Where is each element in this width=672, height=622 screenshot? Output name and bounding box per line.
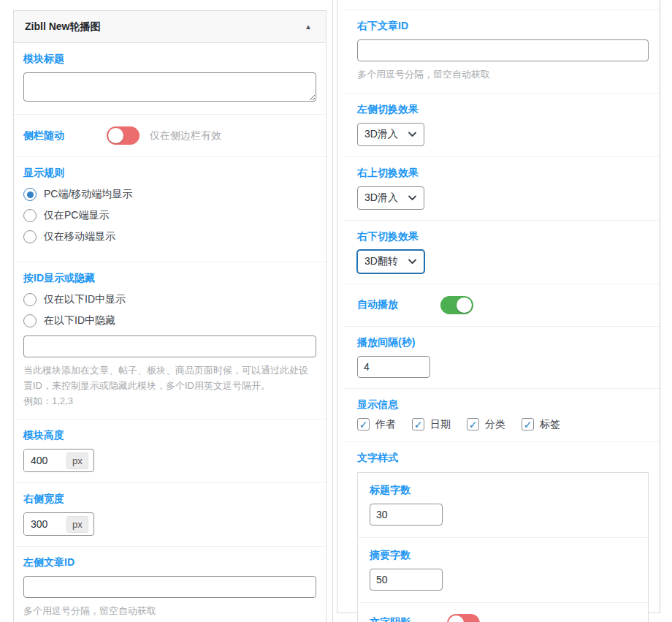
id-rules-help: 当此模块添加在文章、帖子、板块、商品页面时候，可以通过此处设置ID，来控制显示或… bbox=[23, 363, 316, 409]
radio-icon bbox=[23, 293, 37, 306]
section-show-info: 显示信息 作者 日期 分类 标签 bbox=[343, 388, 660, 441]
module-height-group: px bbox=[23, 449, 94, 472]
widget-settings-page: Zibll New轮播图 ▲ 模块标题 侧栏随动 仅在侧边栏有效 显示规则 PC… bbox=[0, 0, 672, 622]
bottom-right-article-id-input[interactable] bbox=[357, 39, 649, 61]
chevron-down-icon bbox=[408, 257, 417, 266]
radio-icon bbox=[23, 314, 37, 327]
widget-card-continued: 右下文章ID 多个用逗号分隔，留空自动获取 左侧切换效果 3D滑入 右上切换效果… bbox=[337, 0, 660, 613]
radio-option-show-in-ids[interactable]: 仅在以下ID中显示 bbox=[23, 293, 316, 306]
radio-option-pc-only[interactable]: 仅在PC端显示 bbox=[23, 209, 316, 222]
spacer bbox=[343, 0, 660, 10]
collapse-arrow-icon[interactable]: ▲ bbox=[302, 20, 315, 34]
left-effect-select[interactable]: 3D滑入 bbox=[357, 123, 424, 146]
left-effect-value: 3D滑入 bbox=[364, 128, 398, 141]
display-rules-label: 显示规则 bbox=[23, 167, 316, 180]
right-width-label: 右侧宽度 bbox=[23, 493, 316, 506]
section-display-rules: 显示规则 PC端/移动端均显示 仅在PC端显示 仅在移动端显示 bbox=[14, 157, 326, 262]
checkbox-tag[interactable]: 标签 bbox=[522, 418, 560, 431]
chevron-down-icon bbox=[408, 129, 417, 139]
id-rules-help-line2: 例如：1,2,3 bbox=[23, 395, 73, 406]
bottom-right-article-id-label: 右下文章ID bbox=[357, 20, 649, 33]
autoplay-toggle[interactable] bbox=[440, 296, 473, 314]
id-rules-help-line1: 当此模块添加在文章、帖子、板块、商品页面时候，可以通过此处设置ID，来控制显示或… bbox=[23, 365, 308, 391]
right-width-group: px bbox=[23, 512, 94, 536]
toggle-knob bbox=[108, 128, 123, 143]
bottom-right-effect-select[interactable]: 3D翻转 bbox=[357, 250, 424, 273]
section-text-style: 文字样式 标题字数 摘要字数 文字阴影 bbox=[343, 441, 660, 622]
section-autoplay: 自动播放 bbox=[343, 284, 660, 326]
bottom-right-effect-label: 右下切换效果 bbox=[357, 230, 649, 243]
checkbox-category[interactable]: 分类 bbox=[467, 418, 505, 431]
module-height-input[interactable] bbox=[24, 450, 66, 471]
module-height-label: 模块高度 bbox=[23, 429, 316, 442]
title-chars-label: 标题字数 bbox=[370, 484, 636, 497]
widget-header[interactable]: Zibll New轮播图 ▲ bbox=[14, 11, 326, 43]
show-info-label: 显示信息 bbox=[357, 398, 649, 411]
top-right-effect-label: 右上切换效果 bbox=[357, 167, 649, 180]
checkbox-author[interactable]: 作者 bbox=[357, 418, 396, 431]
radio-icon bbox=[23, 188, 37, 201]
right-width-input[interactable] bbox=[24, 513, 66, 535]
widget-title: Zibll New轮播图 bbox=[25, 20, 100, 34]
subsection-title-chars: 标题字数 bbox=[358, 473, 648, 538]
title-chars-input[interactable] bbox=[370, 504, 443, 526]
section-interval: 播放间隔(秒) bbox=[343, 326, 660, 388]
checkbox-icon bbox=[467, 418, 479, 431]
interval-label: 播放间隔(秒) bbox=[357, 336, 649, 349]
left-article-id-label: 左侧文章ID bbox=[23, 556, 316, 569]
chevron-down-icon bbox=[408, 193, 417, 202]
widget-card: Zibll New轮播图 ▲ 模块标题 侧栏随动 仅在侧边栏有效 显示规则 PC… bbox=[13, 10, 327, 622]
sidebar-follow-label: 侧栏随动 bbox=[23, 129, 64, 143]
radio-option-hide-in-ids[interactable]: 在以下ID中隐藏 bbox=[23, 314, 316, 327]
right-width-unit: px bbox=[66, 516, 88, 534]
sidebar-follow-hint: 仅在侧边栏有效 bbox=[150, 129, 221, 143]
radio-option-pc-and-mobile[interactable]: PC端/移动端均显示 bbox=[23, 188, 316, 201]
section-bottom-right-article-id: 右下文章ID 多个用逗号分隔，留空自动获取 bbox=[343, 10, 660, 93]
left-article-id-input[interactable] bbox=[23, 576, 316, 598]
section-left-effect: 左侧切换效果 3D滑入 bbox=[343, 93, 660, 156]
text-style-label: 文字样式 bbox=[357, 452, 649, 465]
text-shadow-label: 文字阴影 bbox=[370, 616, 411, 622]
toggle-knob bbox=[448, 615, 464, 622]
interval-input[interactable] bbox=[357, 356, 430, 378]
radio-icon bbox=[23, 209, 37, 222]
section-bottom-right-effect: 右下切换效果 3D翻转 bbox=[343, 220, 660, 284]
left-effect-label: 左侧切换效果 bbox=[357, 103, 649, 116]
section-module-title: 模块标题 bbox=[14, 43, 326, 115]
checkbox-icon bbox=[412, 418, 424, 431]
column-divider bbox=[332, 0, 333, 622]
text-style-box: 标题字数 摘要字数 文字阴影 bbox=[357, 472, 649, 622]
section-sidebar-follow: 侧栏随动 仅在侧边栏有效 bbox=[14, 115, 326, 157]
id-list-input[interactable] bbox=[23, 335, 316, 357]
section-left-article-id: 左侧文章ID 多个用逗号分隔，留空自动获取 bbox=[14, 547, 326, 622]
section-top-right-effect: 右上切换效果 3D滑入 bbox=[343, 156, 660, 220]
toggle-knob bbox=[457, 297, 472, 313]
module-title-input[interactable] bbox=[23, 72, 316, 102]
module-height-unit: px bbox=[66, 452, 88, 470]
left-article-id-help: 多个用逗号分隔，留空自动获取 bbox=[23, 604, 316, 619]
checkbox-icon bbox=[522, 418, 534, 431]
top-right-effect-value: 3D滑入 bbox=[364, 191, 398, 205]
summary-chars-label: 摘要字数 bbox=[370, 549, 636, 562]
id-rules-label: 按ID显示或隐藏 bbox=[23, 272, 316, 285]
top-right-effect-select[interactable]: 3D滑入 bbox=[357, 186, 424, 210]
subsection-text-shadow: 文字阴影 bbox=[358, 603, 648, 622]
sidebar-follow-toggle[interactable] bbox=[107, 126, 140, 145]
section-module-height: 模块高度 px bbox=[14, 420, 326, 483]
section-right-width: 右侧宽度 px bbox=[14, 483, 326, 547]
subsection-summary-chars: 摘要字数 bbox=[358, 538, 648, 603]
bottom-right-effect-value: 3D翻转 bbox=[364, 255, 398, 268]
show-info-options: 作者 日期 分类 标签 bbox=[357, 418, 649, 431]
module-title-label: 模块标题 bbox=[23, 53, 316, 66]
text-shadow-toggle[interactable] bbox=[447, 614, 480, 622]
bottom-right-article-id-help: 多个用逗号分隔，留空自动获取 bbox=[357, 67, 649, 83]
autoplay-label: 自动播放 bbox=[357, 298, 398, 311]
summary-chars-input[interactable] bbox=[370, 569, 443, 591]
radio-option-mobile-only[interactable]: 仅在移动端显示 bbox=[23, 230, 316, 243]
checkbox-date[interactable]: 日期 bbox=[412, 418, 451, 431]
checkbox-icon bbox=[357, 418, 370, 431]
section-id-rules: 按ID显示或隐藏 仅在以下ID中显示 在以下ID中隐藏 当此模块添加在文章、帖子… bbox=[14, 262, 326, 420]
radio-icon bbox=[23, 230, 37, 243]
